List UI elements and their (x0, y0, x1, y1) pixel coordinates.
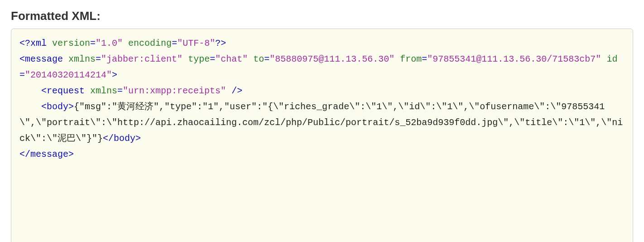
section-heading: Formatted XML: (11, 9, 633, 23)
message-close-tag: </message> (19, 149, 74, 160)
message-open-tag: <message xmlns="jabber:client" type="cha… (19, 54, 617, 80)
request-tag: <request xmlns="urn:xmpp:receipts" /> (41, 86, 242, 96)
body-element: <body>{"msg":"黄河经济","type":"1","user":"{… (19, 102, 623, 144)
xml-declaration: <?xml version="1.0" encoding="UTF-8"?> (19, 38, 226, 48)
xml-code-block: <?xml version="1.0" encoding="UTF-8"?> <… (11, 29, 633, 242)
